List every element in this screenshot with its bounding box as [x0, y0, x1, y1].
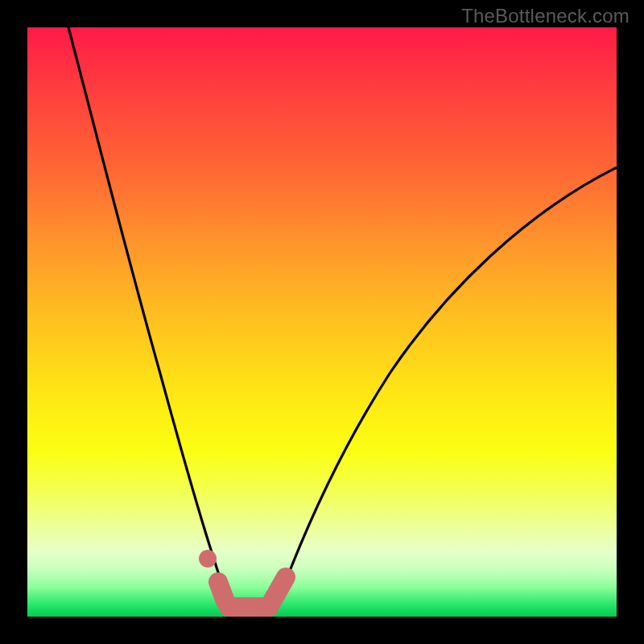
chart-plot-area: [27, 27, 617, 617]
chart-frame: TheBottleneck.com: [0, 0, 644, 644]
bottleneck-curve: [68, 27, 617, 613]
marker-segment-right: [269, 577, 286, 607]
chart-svg: [27, 27, 617, 617]
watermark-text: TheBottleneck.com: [461, 5, 630, 27]
marker-dot: [199, 550, 217, 568]
